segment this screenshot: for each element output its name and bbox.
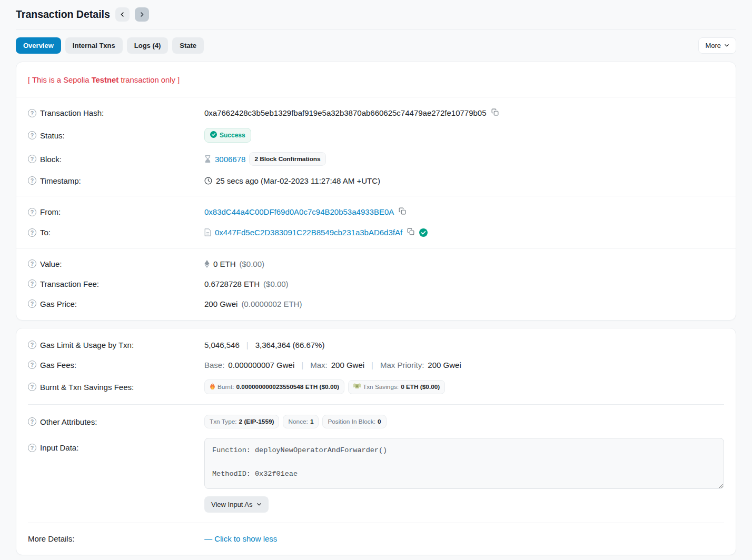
transaction-hash-value: 0xa7662428c3b5eb1329fbaf919e5a32b3870ab6… xyxy=(204,108,487,117)
separator: | xyxy=(298,361,306,369)
help-icon[interactable]: ? xyxy=(28,341,36,349)
chevron-down-icon xyxy=(256,501,262,508)
to-label-text: To: xyxy=(40,228,51,237)
gas-price-label: ? Gas Price: xyxy=(28,299,204,308)
contract-document-icon xyxy=(204,228,211,236)
value-label: ? Value: xyxy=(28,259,204,268)
transaction-hash-label: ? Transaction Hash: xyxy=(28,108,204,117)
gas-price-label-text: Gas Price: xyxy=(40,299,77,308)
status-label-text: Status: xyxy=(40,131,65,140)
transaction-fee-label: ? Transaction Fee: xyxy=(28,279,204,288)
from-label-text: From: xyxy=(40,207,61,216)
help-icon[interactable]: ? xyxy=(28,155,36,163)
page-title: Transaction Details xyxy=(16,8,110,21)
help-icon[interactable]: ? xyxy=(28,176,36,185)
divider xyxy=(16,97,736,97)
overview-card: [ This is a Sepolia Testnet transaction … xyxy=(16,62,736,321)
timestamp-value: 25 secs ago (Mar-02-2023 11:27:48 AM +UT… xyxy=(216,176,380,185)
separator: | xyxy=(243,341,252,349)
status-row: ? Status: Success xyxy=(28,123,724,147)
max-fee-value: 200 Gwei xyxy=(331,361,364,369)
clock-icon xyxy=(204,177,212,185)
more-dropdown-button[interactable]: More xyxy=(698,37,736,54)
copy-hash-button[interactable] xyxy=(490,107,500,118)
copy-icon xyxy=(491,108,499,117)
gas-fees-label: ? Gas Fees: xyxy=(28,361,204,369)
to-address-link[interactable]: 0x447Fd5eC2D383091C22B8549cb231a3bAD6d3f… xyxy=(215,228,402,237)
divider xyxy=(28,523,724,523)
value-row: ? Value: 0 ETH ($0.00) xyxy=(28,254,724,274)
money-wings-icon xyxy=(353,383,361,391)
view-input-as-label: View Input As xyxy=(211,501,253,508)
next-transaction-button[interactable] xyxy=(135,7,149,22)
copy-icon xyxy=(399,207,406,216)
show-less-link[interactable]: — Click to show less xyxy=(204,534,277,543)
tab-overview[interactable]: Overview xyxy=(16,37,61,54)
tab-logs[interactable]: Logs (4) xyxy=(127,37,169,54)
block-label-text: Block: xyxy=(40,155,62,164)
from-address-link[interactable]: 0x83dC44a4C00DFf69d0A0c7c94B20b53a4933BE… xyxy=(204,207,394,216)
help-icon[interactable]: ? xyxy=(28,299,36,308)
previous-transaction-button[interactable] xyxy=(115,7,130,22)
help-icon[interactable]: ? xyxy=(28,383,36,391)
from-row: ? From: 0x83dC44a4C00DFf69d0A0c7c94B20b5… xyxy=(28,202,724,222)
help-icon[interactable]: ? xyxy=(28,109,36,117)
transaction-fee-amount: 0.6728728 ETH xyxy=(204,279,260,288)
testnet-notice-bold: Testnet xyxy=(92,76,119,84)
divider xyxy=(28,404,724,405)
help-icon[interactable]: ? xyxy=(28,361,36,369)
nonce-badge-value: 1 xyxy=(310,418,314,425)
transaction-details-page: Transaction Details Overview Internal Tx… xyxy=(0,0,752,560)
burnt-savings-label-text: Burnt & Txn Savings Fees: xyxy=(40,383,134,392)
tab-state[interactable]: State xyxy=(172,37,204,54)
input-data-label-text: Input Data: xyxy=(40,443,78,452)
input-data-label: ? Input Data: xyxy=(28,438,204,452)
help-icon[interactable]: ? xyxy=(28,259,36,268)
block-label: ? Block: xyxy=(28,155,204,164)
gas-limit-label-text: Gas Limit & Usage by Txn: xyxy=(40,341,134,349)
value-amount: 0 ETH xyxy=(213,259,236,268)
gas-limit-label: ? Gas Limit & Usage by Txn: xyxy=(28,341,204,349)
help-icon[interactable]: ? xyxy=(28,444,36,452)
gas-price-eth: (0.0000002 ETH) xyxy=(241,299,302,308)
transaction-hash-row: ? Transaction Hash: 0xa7662428c3b5eb1329… xyxy=(28,103,724,123)
to-row: ? To: 0x447Fd5eC2D383091C22B8549cb231a3b… xyxy=(28,222,724,243)
help-icon[interactable]: ? xyxy=(28,279,36,288)
txn-type-badge: Txn Type: 2 (EIP-1559) xyxy=(204,415,279,428)
position-badge-value: 0 xyxy=(378,418,381,425)
transaction-fee-row: ? Transaction Fee: 0.6728728 ETH ($0.00) xyxy=(28,274,724,294)
gas-price-amount: 200 Gwei xyxy=(204,299,238,308)
block-row: ? Block: 3006678 2 Block Confirmations xyxy=(28,147,724,171)
copy-icon xyxy=(407,228,414,237)
gas-fees-label-text: Gas Fees: xyxy=(40,361,76,369)
gas-details-card: ? Gas Limit & Usage by Txn: 5,046,546 | … xyxy=(16,328,736,555)
timestamp-label-text: Timestamp: xyxy=(40,176,81,185)
tab-internal-txns[interactable]: Internal Txns xyxy=(65,37,123,54)
eth-icon xyxy=(204,260,210,268)
position-in-block-badge: Position In Block: 0 xyxy=(322,415,386,428)
base-fee-label: Base: xyxy=(204,361,224,369)
view-input-as-button[interactable]: View Input As xyxy=(204,496,269,513)
gas-limit-value: 5,046,546 xyxy=(204,341,240,349)
copy-to-address-button[interactable] xyxy=(406,227,415,238)
nonce-badge: Nonce: 1 xyxy=(283,415,319,428)
to-label: ? To: xyxy=(28,228,204,237)
value-usd: ($0.00) xyxy=(240,259,265,268)
help-icon[interactable]: ? xyxy=(28,208,36,216)
other-attributes-label-text: Other Attributes: xyxy=(40,417,97,426)
help-icon[interactable]: ? xyxy=(28,417,36,426)
chevron-left-icon xyxy=(120,12,125,17)
gas-limit-row: ? Gas Limit & Usage by Txn: 5,046,546 | … xyxy=(28,335,724,355)
separator: | xyxy=(368,361,377,369)
help-icon[interactable]: ? xyxy=(28,228,36,237)
transaction-fee-label-text: Transaction Fee: xyxy=(40,279,99,288)
block-number-link[interactable]: 3006678 xyxy=(215,155,245,164)
input-data-textarea[interactable]: Function: deployNewOperatorAndForwarder(… xyxy=(204,438,724,489)
hourglass-icon xyxy=(204,155,211,163)
burnt-badge-value: 0.000000000023550548 ETH ($0.00) xyxy=(236,383,339,391)
divider xyxy=(16,196,736,196)
base-fee-value: 0.000000007 Gwei xyxy=(228,361,294,369)
copy-from-address-button[interactable] xyxy=(398,206,407,217)
testnet-notice: [ This is a Sepolia Testnet transaction … xyxy=(28,68,724,92)
help-icon[interactable]: ? xyxy=(28,131,36,139)
